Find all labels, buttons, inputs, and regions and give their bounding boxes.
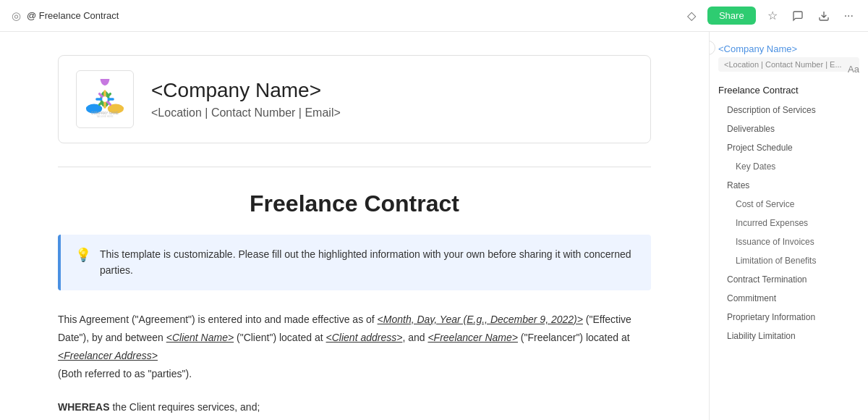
sidebar-toc-item[interactable]: Rates bbox=[710, 176, 868, 195]
para1-client-address[interactable]: <Client address> bbox=[326, 332, 403, 343]
header-divider bbox=[58, 167, 651, 167]
para1-mid3: , and bbox=[402, 332, 427, 343]
topbar-right: ◇ Share ☆ ··· bbox=[684, 6, 856, 25]
para1-before: This Agreement ("Agreement") is entered … bbox=[58, 314, 378, 325]
topbar: ◎ @ Freelance Contract ◇ Share ☆ ··· bbox=[0, 0, 868, 32]
sidebar-toc-item[interactable]: Liability Limitation bbox=[710, 327, 868, 345]
sidebar-toc-item[interactable]: Commitment bbox=[710, 289, 868, 308]
para1-end: (Both referred to as "parties"). bbox=[58, 368, 192, 379]
paragraph-agreement: This Agreement ("Agreement") is entered … bbox=[58, 311, 651, 384]
right-sidebar: › Aa <Company Name> <Location | Contact … bbox=[709, 32, 868, 420]
sidebar-toc-item[interactable]: Incurred Expenses bbox=[710, 214, 868, 232]
sidebar-toc-item[interactable]: Contract Termination bbox=[710, 270, 868, 289]
sidebar-company-detail: <Location | Contact Number | E... bbox=[718, 57, 859, 72]
share-button[interactable]: Share bbox=[707, 7, 756, 25]
svg-text:COMPANY NAME: COMPANY NAME bbox=[91, 112, 119, 115]
callout-box: 💡 This template is customizable. Please … bbox=[58, 235, 651, 290]
sidebar-toc-item[interactable]: Project Schedule bbox=[710, 138, 868, 157]
topbar-title: @ Freelance Contract bbox=[27, 10, 119, 21]
whereas-paragraph-1: WHEREAS the Client requires services, an… bbox=[58, 398, 651, 416]
company-logo-box: COMPANY NAME TAGLINE HERE bbox=[76, 70, 134, 128]
font-size-button[interactable]: Aa bbox=[848, 64, 859, 75]
para1-mid4: ("Freelancer") located at bbox=[518, 332, 630, 343]
document-area: COMPANY NAME TAGLINE HERE <Company Name>… bbox=[0, 32, 709, 420]
company-header: COMPANY NAME TAGLINE HERE <Company Name>… bbox=[58, 55, 651, 143]
svg-point-0 bbox=[100, 79, 109, 85]
para1-client[interactable]: <Client Name> bbox=[166, 332, 234, 343]
sidebar-toc-item[interactable]: Cost of Service bbox=[710, 195, 868, 214]
sidebar-toc-item[interactable]: Proprietary Information bbox=[710, 308, 868, 327]
sidebar-toc-item[interactable]: Freelance Contract bbox=[710, 80, 868, 101]
para1-freelancer-address[interactable]: <Freelancer Address> bbox=[58, 350, 158, 361]
para1-date[interactable]: <Month, Day, Year (E.g., December 9, 202… bbox=[378, 314, 583, 325]
download-icon-button[interactable] bbox=[815, 7, 833, 25]
topbar-left: ◎ @ Freelance Contract bbox=[12, 9, 119, 22]
company-info: <Company Name> <Location | Contact Numbe… bbox=[151, 79, 341, 119]
para1-freelancer[interactable]: <Freelancer Name> bbox=[427, 332, 518, 343]
app-logo-icon: ◎ bbox=[12, 9, 21, 22]
sidebar-toc: Freelance ContractDescription of Service… bbox=[710, 80, 868, 345]
company-details-header: <Location | Contact Number | Email> bbox=[151, 106, 341, 119]
para1-mid2: ("Client") located at bbox=[234, 332, 326, 343]
comment-icon-button[interactable] bbox=[789, 7, 807, 25]
diamond-icon-button[interactable]: ◇ bbox=[684, 6, 699, 25]
sidebar-toc-item[interactable]: Key Dates bbox=[710, 157, 868, 176]
sidebar-toc-item[interactable]: Limitation of Benefits bbox=[710, 251, 868, 270]
sidebar-company-name[interactable]: <Company Name> bbox=[710, 43, 868, 54]
svg-text:TAGLINE HERE: TAGLINE HERE bbox=[96, 115, 114, 118]
whereas1-text: the Client requires services, and; bbox=[110, 401, 260, 413]
svg-point-9 bbox=[102, 96, 107, 101]
callout-text: This template is customizable. Please fi… bbox=[100, 246, 637, 279]
sidebar-toc-item[interactable]: Issuance of Invoices bbox=[710, 232, 868, 251]
star-icon-button[interactable]: ☆ bbox=[765, 6, 780, 25]
callout-icon: 💡 bbox=[75, 247, 91, 263]
sidebar-toc-item[interactable]: Deliverables bbox=[710, 119, 868, 138]
company-name-header: <Company Name> bbox=[151, 79, 341, 102]
more-icon-button[interactable]: ··· bbox=[841, 7, 856, 25]
sidebar-toc-item[interactable]: Description of Services bbox=[710, 101, 868, 119]
company-logo-icon: COMPANY NAME TAGLINE HERE bbox=[85, 79, 125, 119]
document-title: Freelance Contract bbox=[58, 190, 651, 217]
main-area: COMPANY NAME TAGLINE HERE <Company Name>… bbox=[0, 32, 868, 420]
whereas1-bold: WHEREAS bbox=[58, 401, 110, 413]
